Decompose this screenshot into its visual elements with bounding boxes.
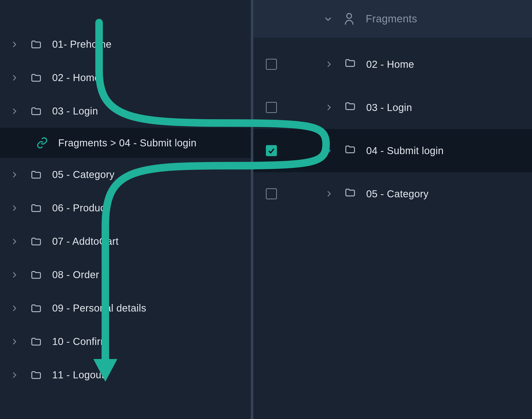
tree-item-11-logout[interactable]: 11 - Logout bbox=[0, 358, 251, 392]
tree-item-fragment-link-submit-login[interactable]: Fragments > 04 - Submit login bbox=[0, 128, 251, 158]
link-icon bbox=[35, 136, 49, 150]
tree-item-label: 06 - Product bbox=[52, 202, 108, 214]
folder-icon bbox=[29, 37, 43, 51]
tree-item-07-addtocart[interactable]: 07 - AddtoCart bbox=[0, 225, 251, 258]
tree-item-03-login[interactable]: 03 - Login bbox=[0, 94, 251, 128]
fragment-row-label: 04 - Submit login bbox=[366, 145, 444, 156]
tree-item-label: 02 - Home bbox=[52, 72, 100, 83]
tree-item-label: 09 - Personal details bbox=[52, 303, 146, 314]
chevron-right-icon bbox=[325, 190, 333, 198]
svg-point-0 bbox=[347, 14, 351, 18]
tree-item-label: 10 - Confirm bbox=[52, 336, 109, 347]
tree-item-08-order[interactable]: 08 - Order bbox=[0, 258, 251, 291]
tree-item-label: 07 - AddtoCart bbox=[52, 236, 119, 247]
chevron-right-icon bbox=[10, 304, 19, 313]
chevron-right-icon bbox=[10, 107, 19, 115]
fragments-list: 02 - Home 03 - Login 04 - Submit login bbox=[253, 38, 532, 215]
chevron-right-icon bbox=[10, 237, 19, 246]
folder-icon bbox=[29, 201, 43, 215]
tree-item-01-prehome[interactable]: 01- Prehome bbox=[0, 28, 251, 61]
folder-icon bbox=[343, 57, 357, 71]
fragments-header[interactable]: Fragments bbox=[253, 0, 532, 38]
left-tree-panel: 01- Prehome 02 - Home 03 - Login Fragmen… bbox=[0, 0, 251, 419]
checkbox[interactable] bbox=[266, 59, 277, 70]
fragment-row-label: 03 - Login bbox=[366, 102, 412, 113]
tree-item-02-home[interactable]: 02 - Home bbox=[0, 61, 251, 94]
fragment-row-label: 05 - Category bbox=[366, 188, 429, 200]
chevron-right-icon bbox=[10, 170, 19, 179]
tree-item-label: 01- Prehome bbox=[52, 39, 112, 50]
fragment-row-label: 02 - Home bbox=[366, 59, 414, 70]
tree-item-label: 05 - Category bbox=[52, 169, 115, 180]
panel-divider[interactable] bbox=[251, 0, 253, 419]
tree-item-label: 08 - Order bbox=[52, 269, 99, 280]
tree-item-09-personal-details[interactable]: 09 - Personal details bbox=[0, 291, 251, 325]
folder-icon bbox=[29, 301, 43, 315]
folder-icon bbox=[29, 234, 43, 249]
folder-icon bbox=[343, 144, 357, 158]
tree-item-10-confirm[interactable]: 10 - Confirm bbox=[0, 325, 251, 358]
chevron-right-icon bbox=[10, 271, 19, 279]
folder-icon bbox=[29, 168, 43, 182]
tree-item-label: 11 - Logout bbox=[52, 369, 104, 381]
chevron-right-icon bbox=[10, 74, 19, 82]
folder-icon bbox=[343, 100, 357, 114]
app-root: 01- Prehome 02 - Home 03 - Login Fragmen… bbox=[0, 0, 532, 419]
chevron-right-icon bbox=[10, 204, 19, 212]
chevron-right-icon bbox=[325, 146, 333, 155]
fragments-header-label: Fragments bbox=[366, 13, 417, 25]
checkbox[interactable] bbox=[266, 188, 277, 199]
chevron-right-icon bbox=[325, 103, 333, 112]
tree-item-label: Fragments > 04 - Submit login bbox=[58, 137, 196, 149]
chevron-down-icon bbox=[324, 14, 333, 23]
tree-item-05-category[interactable]: 05 - Category bbox=[0, 158, 251, 191]
tree-item-06-product[interactable]: 06 - Product bbox=[0, 191, 251, 225]
folder-icon bbox=[29, 104, 43, 118]
right-fragments-panel: Fragments 02 - Home 03 - Login bbox=[253, 0, 532, 419]
chevron-right-icon bbox=[10, 40, 19, 49]
tree-item-label: 03 - Login bbox=[52, 105, 98, 117]
folder-icon bbox=[29, 335, 43, 349]
fragment-row-02-home[interactable]: 02 - Home bbox=[253, 43, 532, 86]
chevron-right-icon bbox=[10, 337, 19, 346]
folder-icon bbox=[29, 268, 43, 282]
chevron-right-icon bbox=[325, 60, 333, 69]
fragment-row-04-submit-login[interactable]: 04 - Submit login bbox=[253, 129, 532, 172]
checkbox[interactable] bbox=[266, 102, 277, 113]
folder-icon bbox=[29, 71, 43, 85]
chevron-right-icon bbox=[10, 371, 19, 379]
checkbox-checked[interactable] bbox=[266, 145, 277, 156]
fragment-row-05-category[interactable]: 05 - Category bbox=[253, 172, 532, 215]
folder-icon bbox=[29, 368, 43, 382]
folder-icon bbox=[343, 187, 357, 201]
user-icon bbox=[343, 12, 355, 26]
fragment-row-03-login[interactable]: 03 - Login bbox=[253, 86, 532, 129]
